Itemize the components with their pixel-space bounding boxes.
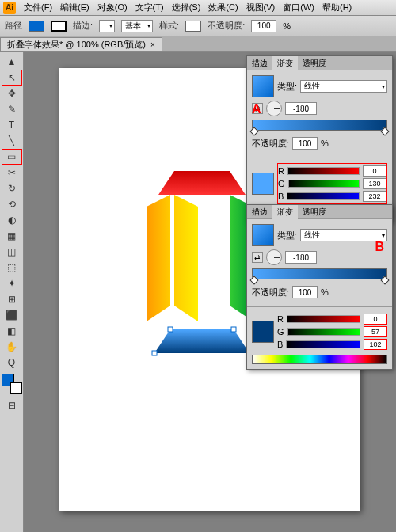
document-tab-bar: 折叠字体效果* @ 100% (RGB/预览) × xyxy=(0,36,396,52)
shape-orange[interactable] xyxy=(147,195,170,321)
menu-file[interactable]: 文件(F) xyxy=(24,2,52,13)
hand-tool[interactable]: ✋ xyxy=(2,339,22,355)
menu-help[interactable]: 帮助(H) xyxy=(322,2,352,13)
r-value-a[interactable] xyxy=(363,165,386,177)
tab-stroke-b[interactable]: 描边 xyxy=(247,205,272,219)
gradient-type-dropdown-a[interactable]: 线性 xyxy=(300,80,387,93)
menu-type[interactable]: 文字(T) xyxy=(135,2,164,13)
selection-tool[interactable]: ▲ xyxy=(2,54,22,70)
panel-b-tabs: 描边 渐变 透明度 xyxy=(247,205,392,219)
b-slider-a[interactable] xyxy=(287,192,360,200)
gradient-stop[interactable] xyxy=(380,276,389,284)
opacity-input-a[interactable] xyxy=(292,137,318,150)
color-preview-b[interactable] xyxy=(252,321,274,343)
pen-tool[interactable]: ✎ xyxy=(2,101,22,117)
slice-tool[interactable]: ◧ xyxy=(2,323,22,339)
angle-control-b[interactable] xyxy=(266,249,282,265)
gradient-preview-b[interactable] xyxy=(252,224,274,246)
stroke-label: 描边: xyxy=(73,20,93,32)
direct-selection-tool[interactable]: ↖ xyxy=(2,70,22,86)
reflect-tool[interactable]: ⟲ xyxy=(2,196,22,212)
tab-close-icon[interactable]: × xyxy=(150,40,155,49)
line-tool[interactable]: ╲ xyxy=(2,133,22,149)
artboard-tool[interactable]: ⬛ xyxy=(2,307,22,323)
style-swatch[interactable] xyxy=(185,21,201,32)
mesh-tool[interactable]: ▦ xyxy=(2,228,22,244)
color-preview-a[interactable] xyxy=(252,173,274,195)
menu-window[interactable]: 窗口(W) xyxy=(283,2,314,13)
angle-input-a[interactable] xyxy=(285,102,317,115)
tab-gradient-a[interactable]: 渐变 xyxy=(272,56,298,70)
fill-swatch[interactable] xyxy=(29,21,44,32)
menu-object[interactable]: 对象(O) xyxy=(97,2,128,13)
g-label-b: G xyxy=(277,327,284,336)
gradient-stop[interactable] xyxy=(249,276,258,284)
shape-blue[interactable] xyxy=(154,329,249,353)
graph-tool[interactable]: ⊞ xyxy=(2,291,22,307)
style-label: 样式: xyxy=(159,20,179,32)
b-value-a[interactable] xyxy=(363,191,386,202)
annotation-b: B xyxy=(375,240,384,254)
anchor-point[interactable] xyxy=(168,327,173,332)
opacity-label-a: 不透明度: xyxy=(252,138,289,150)
b-value-b[interactable] xyxy=(364,339,387,350)
g-value-a[interactable] xyxy=(363,178,386,189)
tab-gradient-b[interactable]: 渐变 xyxy=(272,205,298,219)
opacity-label-b: 不透明度: xyxy=(252,287,289,298)
reverse-gradient-icon[interactable]: ⇄ xyxy=(252,252,263,263)
screen-mode-tool[interactable]: ⊟ xyxy=(2,397,22,413)
shape-red[interactable] xyxy=(158,171,246,195)
angle-input-b[interactable] xyxy=(285,251,317,264)
b-slider-b[interactable] xyxy=(286,340,360,348)
stroke-swatch[interactable] xyxy=(51,21,67,32)
menu-select[interactable]: 选择(S) xyxy=(172,2,201,13)
fill-stroke-indicator[interactable] xyxy=(2,374,22,394)
opacity-input-b[interactable] xyxy=(292,286,318,298)
opacity-input[interactable] xyxy=(251,20,276,32)
symbol-tool[interactable]: ✦ xyxy=(2,276,22,291)
menu-edit[interactable]: 编辑(E) xyxy=(60,2,89,13)
magic-wand-tool[interactable]: ✥ xyxy=(2,86,22,101)
g-label: G xyxy=(278,179,285,188)
annotation-a: A xyxy=(252,102,261,116)
shape-yellow[interactable] xyxy=(174,195,198,321)
tab-opacity-b[interactable]: 透明度 xyxy=(298,205,331,219)
rotate-tool[interactable]: ↻ xyxy=(2,180,22,196)
stroke-color-icon[interactable] xyxy=(10,382,22,394)
app-logo: Ai xyxy=(3,2,16,14)
gradient-tool[interactable]: ◫ xyxy=(2,244,22,260)
brush-dropdown[interactable]: 基本 xyxy=(121,20,153,32)
path-label: 路径 xyxy=(5,20,22,32)
eyedropper-tool[interactable]: ⬚ xyxy=(2,260,22,276)
scissors-tool[interactable]: ✂ xyxy=(2,165,22,180)
menu-effect[interactable]: 效果(C) xyxy=(208,2,238,13)
g-value-b[interactable] xyxy=(364,326,387,337)
anchor-point[interactable] xyxy=(152,351,157,355)
gradient-bar-b[interactable] xyxy=(252,268,387,279)
tab-opacity-a[interactable]: 透明度 xyxy=(298,56,331,70)
rectangle-tool[interactable]: ▭ xyxy=(2,149,22,165)
r-slider-b[interactable] xyxy=(287,315,360,323)
r-label: R xyxy=(278,166,284,176)
warp-tool[interactable]: ◐ xyxy=(2,212,22,228)
spectrum-bar-b[interactable] xyxy=(252,355,387,364)
zoom-tool[interactable]: Q xyxy=(2,355,22,370)
angle-control-a[interactable] xyxy=(266,101,282,116)
gradient-bar-a[interactable] xyxy=(252,120,387,131)
type-label-b: 类型: xyxy=(277,230,297,241)
r-value-b[interactable] xyxy=(364,314,387,325)
g-slider-a[interactable] xyxy=(288,180,360,188)
menubar: Ai 文件(F) 编辑(E) 对象(O) 文字(T) 选择(S) 效果(C) 视… xyxy=(0,0,396,16)
gradient-stop[interactable] xyxy=(380,127,389,135)
gradient-stop[interactable] xyxy=(249,127,258,135)
type-tool[interactable]: T xyxy=(2,117,22,133)
gradient-preview-a[interactable] xyxy=(252,75,274,97)
menu-view[interactable]: 视图(V) xyxy=(246,2,276,13)
anchor-point[interactable] xyxy=(231,327,236,332)
r-slider-a[interactable] xyxy=(287,167,360,175)
document-tab[interactable]: 折叠字体效果* @ 100% (RGB/预览) × xyxy=(0,37,162,51)
stroke-weight-dropdown[interactable] xyxy=(99,20,115,32)
tab-stroke-a[interactable]: 描边 xyxy=(247,56,272,70)
tab-title: 折叠字体效果* @ 100% (RGB/预览) xyxy=(7,39,146,51)
g-slider-b[interactable] xyxy=(287,328,360,336)
